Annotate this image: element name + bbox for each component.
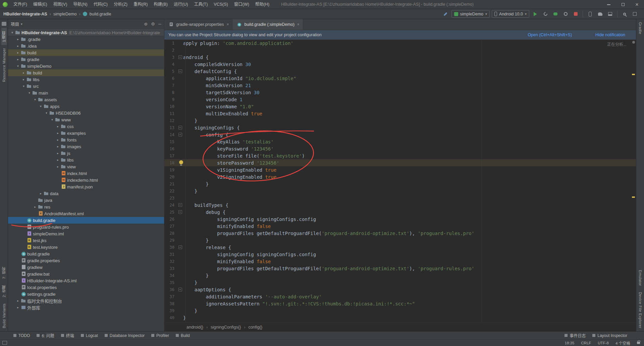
tree-item[interactable]: ▸res — [8, 204, 164, 210]
code-line[interactable]: 21 } — [164, 180, 636, 187]
code-line[interactable]: 10 versionName "1.0" — [164, 103, 636, 110]
tree-item[interactable]: ▾assets — [8, 96, 164, 103]
editor-tab[interactable]: gradle-wrapper.properties× — [164, 19, 232, 30]
intention-bulb-icon[interactable] — [179, 160, 183, 164]
code-line[interactable]: 36− aaptOptions { — [164, 286, 636, 293]
menu-item[interactable]: VCS(S) — [211, 0, 231, 9]
tool-strip-button[interactable]: Gradle — [638, 19, 642, 37]
tree-item[interactable]: ▾main — [8, 90, 164, 96]
stop-icon[interactable] — [572, 10, 580, 18]
tree-collapsed-icon[interactable]: ▸ — [56, 165, 60, 168]
close-tab-icon[interactable]: × — [297, 22, 300, 27]
code-line[interactable]: 24− buildTypes { — [164, 201, 636, 209]
search-everywhere-icon[interactable] — [621, 10, 629, 18]
code-line[interactable]: 11 multiDexEnabled true — [164, 110, 636, 117]
tree-item[interactable]: gradlew — [8, 264, 164, 271]
code-line[interactable]: 25− debug { — [164, 209, 636, 216]
tree-item[interactable]: ▸examples — [8, 130, 164, 136]
tree-item[interactable]: local.properties — [8, 284, 164, 291]
code-line[interactable]: 38 ignoreAssetsPattern "!.svn:!.git:.*:!… — [164, 300, 636, 307]
locate-file-icon[interactable]: ⊕ — [144, 21, 148, 26]
tree-item[interactable]: ▸.idea — [8, 43, 164, 49]
tree-item[interactable]: ▾H5ED8DB06 — [8, 110, 164, 116]
code-line[interactable]: 17 storeFile file('test.keystore') — [164, 152, 636, 159]
status-segment[interactable]: 18:35 — [565, 341, 575, 345]
tool-window-button[interactable]: Logcat — [77, 332, 101, 340]
menu-item[interactable]: 导航(N) — [70, 0, 90, 9]
tree-collapsed-icon[interactable]: ▸ — [21, 71, 26, 74]
code-line[interactable]: 28 proguardFiles getDefaultProguardFile(… — [164, 230, 636, 237]
fold-collapse-icon[interactable]: − — [178, 203, 182, 207]
tree-item[interactable]: ▾apps — [8, 103, 164, 110]
fold-collapse-icon[interactable]: − — [178, 210, 182, 214]
code-line[interactable]: 3−android { — [164, 54, 636, 61]
editor-tab[interactable]: build.gradle (:simpleDemo)× — [232, 19, 303, 30]
menu-item[interactable]: 代码(C) — [91, 0, 111, 9]
tree-collapsed-icon[interactable]: ▸ — [16, 38, 20, 41]
tree-collapsed-icon[interactable]: ▸ — [56, 158, 60, 162]
tree-item[interactable]: ▾src — [8, 83, 164, 90]
gradle-sync-icon[interactable] — [596, 10, 604, 18]
scrollbar-warning-mark[interactable] — [632, 74, 635, 75]
hide-notification-link[interactable]: Hide notification — [595, 33, 625, 37]
apply-changes-icon[interactable] — [541, 10, 549, 18]
code-line[interactable]: 31 signingConfig signingConfigs.config — [164, 251, 636, 258]
tool-window-button[interactable]: Layout Inspector — [589, 332, 631, 340]
menu-item[interactable]: 编辑(E) — [30, 0, 50, 9]
tree-item[interactable]: gradle.properties — [8, 257, 164, 264]
tree-item[interactable]: ▾www — [8, 116, 164, 123]
tree-item[interactable]: ▸libs — [8, 76, 164, 83]
toolbar-breadcrumb-item[interactable]: build.gradle — [90, 12, 111, 16]
tree-item[interactable]: proguard-rules.pro — [8, 224, 164, 230]
layout-grid-icon[interactable] — [631, 10, 639, 18]
tree-item[interactable]: java — [8, 197, 164, 204]
status-segment[interactable]: CRLF — [581, 341, 591, 345]
code-line[interactable]: 18 storePassword '123456' — [164, 159, 636, 166]
code-line[interactable]: 5− defaultConfig { — [164, 68, 636, 75]
tree-collapsed-icon[interactable]: ▸ — [56, 145, 60, 148]
tree-expanded-icon[interactable]: ▾ — [39, 105, 43, 108]
tool-strip-button[interactable]: Resource Manager — [2, 45, 6, 85]
tool-strip-button[interactable]: 1:项目 — [1, 28, 7, 45]
code-line[interactable]: 12 } — [164, 117, 636, 124]
code-line[interactable]: 7 minSdkVersion 21 — [164, 82, 636, 89]
code-line[interactable]: 37 additionalParameters '--auto-add-over… — [164, 293, 636, 300]
tree-item[interactable]: manifest.json — [8, 183, 164, 190]
close-tab-icon[interactable]: × — [226, 22, 229, 27]
tool-strip-button[interactable]: Build Variants — [2, 300, 6, 331]
tree-collapsed-icon[interactable]: ▸ — [56, 152, 60, 155]
code-line[interactable]: 2 — [164, 47, 636, 54]
tree-item[interactable]: ▸build — [8, 69, 164, 76]
tree-item[interactable]: build.gradle — [8, 250, 164, 257]
fold-collapse-icon[interactable]: − — [178, 245, 182, 249]
gear-icon[interactable]: ⚙ — [151, 21, 155, 26]
tree-expanded-icon[interactable]: ▾ — [33, 98, 37, 101]
tree-collapsed-icon[interactable]: ▸ — [16, 306, 20, 309]
tree-root-item[interactable]: ▾HBuilder-Integrate-ASE:\1\zhuomian\daba… — [8, 29, 164, 36]
lock-icon[interactable] — [637, 342, 640, 344]
tree-collapsed-icon[interactable]: ▸ — [16, 58, 20, 61]
tool-window-button[interactable]: TODO — [10, 332, 33, 340]
hide-panel-icon[interactable]: ─ — [158, 21, 161, 26]
tree-item[interactable]: build.gradle — [8, 217, 164, 224]
tool-strip-button[interactable]: 2: 收藏 — [1, 282, 7, 300]
tree-expanded-icon[interactable]: ▾ — [27, 91, 32, 95]
tree-collapsed-icon[interactable]: ▸ — [56, 125, 60, 128]
code-line[interactable]: 8 targetSdkVersion 30 — [164, 89, 636, 96]
run-icon[interactable] — [531, 10, 539, 18]
code-line[interactable]: 27 minifyEnabled false — [164, 223, 636, 230]
code-line[interactable]: 30− release { — [164, 244, 636, 251]
tree-collapsed-icon[interactable]: ▸ — [56, 131, 60, 135]
code-line[interactable]: 41 — [164, 321, 636, 323]
code-line[interactable]: 16 keyPassword '123456' — [164, 145, 636, 152]
maximize-icon[interactable] — [616, 0, 630, 9]
tree-item[interactable]: ▸.gradle — [8, 36, 164, 43]
menu-item[interactable]: 视图(V) — [50, 0, 70, 9]
open-project-structure-link[interactable]: Open (Ctrl+Alt+Shift+S) — [528, 33, 572, 37]
tree-item[interactable]: ▸fonts — [8, 136, 164, 143]
tree-collapsed-icon[interactable]: ▸ — [33, 205, 37, 209]
toolbar-breadcrumb-item[interactable]: HBuilder-Integrate-AS — [3, 12, 47, 16]
code-line[interactable]: 40} — [164, 314, 636, 321]
tree-item[interactable]: ▸临时文件和控制台 — [8, 297, 164, 304]
code-editor[interactable]: 1apply plugin: 'com.android.application'… — [164, 40, 636, 323]
